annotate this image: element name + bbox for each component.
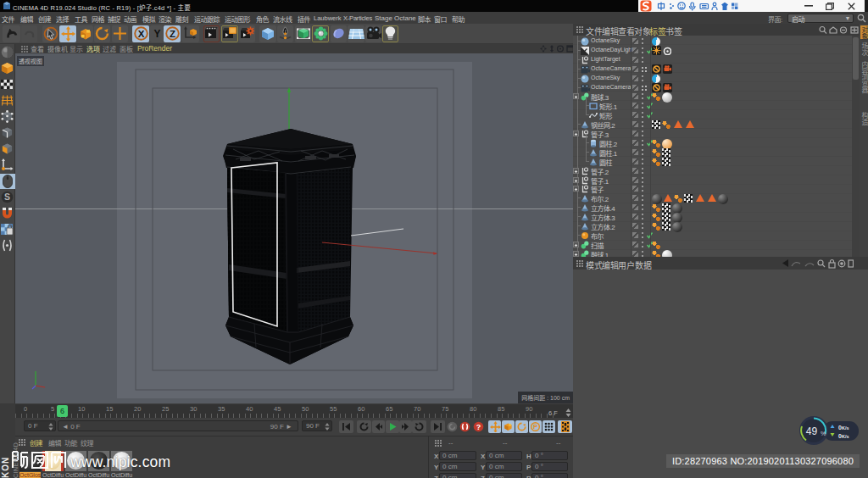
svg-text:S: S — [4, 192, 10, 202]
svg-text:Y: Y — [153, 28, 160, 40]
svg-text:P: P — [533, 423, 537, 431]
svg-text:0K/s: 0K/s — [838, 433, 849, 439]
svg-text:49: 49 — [806, 425, 818, 437]
svg-text:Z: Z — [170, 29, 175, 39]
svg-text:%: % — [821, 431, 826, 436]
svg-text:X: X — [138, 29, 145, 39]
svg-text:?: ? — [476, 423, 481, 431]
svg-text:0K/s: 0K/s — [838, 425, 849, 431]
